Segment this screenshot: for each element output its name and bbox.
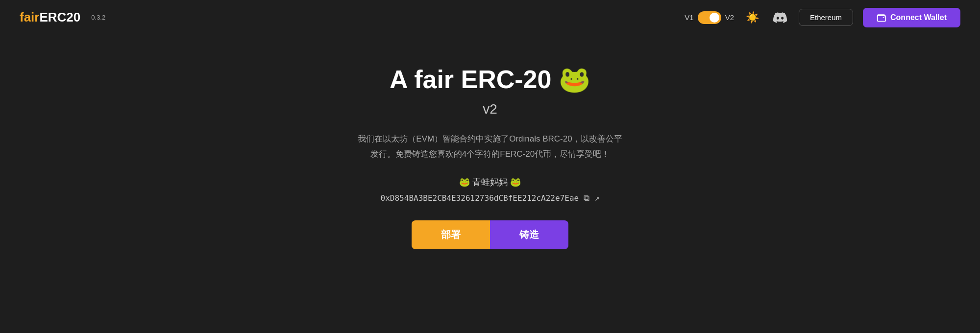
- logo-fair: fair: [20, 10, 39, 25]
- ethereum-button[interactable]: Ethereum: [799, 9, 853, 26]
- main-subtitle: v2: [483, 101, 497, 117]
- wallet-icon: [877, 13, 886, 23]
- header-left: fairERC20 0.3.2: [20, 10, 105, 25]
- deploy-button[interactable]: 部署: [412, 220, 490, 249]
- action-buttons: 部署 铸造: [412, 220, 568, 249]
- theme-toggle-button[interactable]: ☀️: [744, 9, 761, 26]
- app-version: 0.3.2: [91, 14, 105, 21]
- main-header: fairERC20 0.3.2 V1 V2 ☀️ Ethereum: [0, 0, 980, 35]
- header-right: V1 V2 ☀️ Ethereum Connect Wallet: [685, 8, 960, 27]
- sun-icon: ☀️: [746, 11, 759, 24]
- discord-button[interactable]: [771, 9, 789, 26]
- logo: fairERC20: [20, 10, 80, 25]
- ethereum-label: Ethereum: [810, 13, 842, 22]
- description-text: 我们在以太坊（EVM）智能合约中实施了Ordinals BRC-20，以改善公平…: [358, 132, 622, 162]
- main-content: A fair ERC-20 🐸 v2 我们在以太坊（EVM）智能合约中实施了Or…: [0, 35, 980, 269]
- logo-erc20: ERC20: [39, 10, 80, 25]
- copy-icon[interactable]: ⧉: [584, 193, 589, 203]
- toggle-track[interactable]: [698, 11, 721, 24]
- version-toggle[interactable]: V1 V2: [685, 11, 734, 24]
- frog-label: 🐸 青蛙妈妈 🐸: [459, 176, 521, 188]
- v2-label: V2: [725, 13, 734, 22]
- discord-icon: [773, 11, 787, 24]
- contract-address: 0xD854BA3BE2CB4E32612736dCBfEE212cA22e7E…: [381, 193, 579, 203]
- v1-label: V1: [685, 13, 693, 22]
- connect-wallet-label: Connect Wallet: [890, 13, 947, 22]
- connect-wallet-button[interactable]: Connect Wallet: [863, 8, 960, 27]
- address-row: 0xD854BA3BE2CB4E32612736dCBfEE212cA22e7E…: [381, 193, 600, 203]
- mint-button[interactable]: 铸造: [490, 220, 568, 249]
- main-title: A fair ERC-20 🐸: [390, 65, 590, 95]
- svg-rect-0: [878, 15, 886, 21]
- external-link-icon[interactable]: ↗: [594, 193, 599, 203]
- toggle-thumb: [710, 13, 719, 23]
